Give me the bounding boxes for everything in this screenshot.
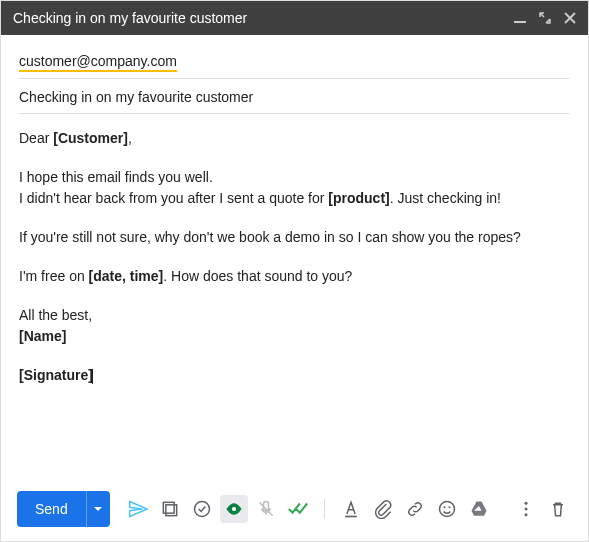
discard-icon[interactable] [544, 495, 572, 523]
line4-suffix: . How does that sound to you? [163, 268, 352, 284]
mute-icon[interactable] [252, 495, 280, 523]
more-options-icon[interactable] [512, 495, 540, 523]
greeting-prefix: Dear [19, 130, 53, 146]
body-line3: If you're still not sure, why don't we b… [19, 227, 570, 248]
svg-point-9 [525, 502, 528, 505]
svg-point-8 [448, 506, 450, 508]
format-text-icon[interactable] [337, 495, 365, 523]
compose-toolbar: Send [1, 481, 588, 541]
svg-point-11 [525, 513, 528, 516]
line4-placeholder: [date, time] [89, 268, 164, 284]
closing: All the best, [19, 305, 570, 326]
compose-header: Checking in on my favourite customer [1, 1, 588, 35]
emoji-icon[interactable] [433, 495, 461, 523]
svg-rect-0 [514, 21, 526, 23]
svg-rect-1 [163, 502, 174, 513]
send-button[interactable]: Send [17, 491, 86, 527]
header-controls [514, 12, 576, 24]
email-body[interactable]: Dear [Customer], I hope this email finds… [19, 114, 570, 400]
svg-point-3 [194, 502, 209, 517]
reminder-icon[interactable] [188, 495, 216, 523]
to-field[interactable]: customer@company.com [19, 43, 570, 79]
send-wrapper: Send [17, 491, 110, 527]
line2-prefix: I didn't hear back from you after I sent… [19, 190, 328, 206]
svg-point-10 [525, 508, 528, 511]
send-options-dropdown[interactable] [86, 491, 110, 527]
tracking-icon[interactable] [220, 495, 248, 523]
line2-placeholder: [product] [328, 190, 389, 206]
recipient-chip[interactable]: customer@company.com [19, 53, 177, 72]
signature-placeholder: [Signature] [19, 367, 93, 383]
svg-point-6 [439, 502, 454, 517]
double-check-icon[interactable] [284, 495, 312, 523]
greeting-placeholder: [Customer] [53, 130, 128, 146]
svg-rect-5 [345, 516, 357, 518]
close-icon[interactable] [564, 12, 576, 24]
line2-suffix: . Just checking in! [390, 190, 501, 206]
subject-field[interactable]: Checking in on my favourite customer [19, 79, 570, 114]
drive-icon[interactable] [465, 495, 493, 523]
templates-icon[interactable] [156, 495, 184, 523]
svg-point-4 [232, 507, 236, 511]
compose-content[interactable]: customer@company.com Checking in on my f… [1, 35, 588, 481]
line4-prefix: I'm free on [19, 268, 89, 284]
attach-icon[interactable] [369, 495, 397, 523]
body-line1: I hope this email finds you well. [19, 167, 570, 188]
text-cursor [92, 369, 93, 384]
svg-point-7 [443, 506, 445, 508]
toolbar-divider [324, 499, 325, 519]
svg-rect-2 [166, 505, 177, 516]
name-placeholder: [Name] [19, 328, 66, 344]
expand-icon[interactable] [539, 12, 551, 24]
send-later-icon[interactable] [124, 495, 152, 523]
link-icon[interactable] [401, 495, 429, 523]
greeting-suffix: , [128, 130, 132, 146]
compose-title: Checking in on my favourite customer [13, 10, 247, 26]
minimize-icon[interactable] [514, 12, 526, 24]
